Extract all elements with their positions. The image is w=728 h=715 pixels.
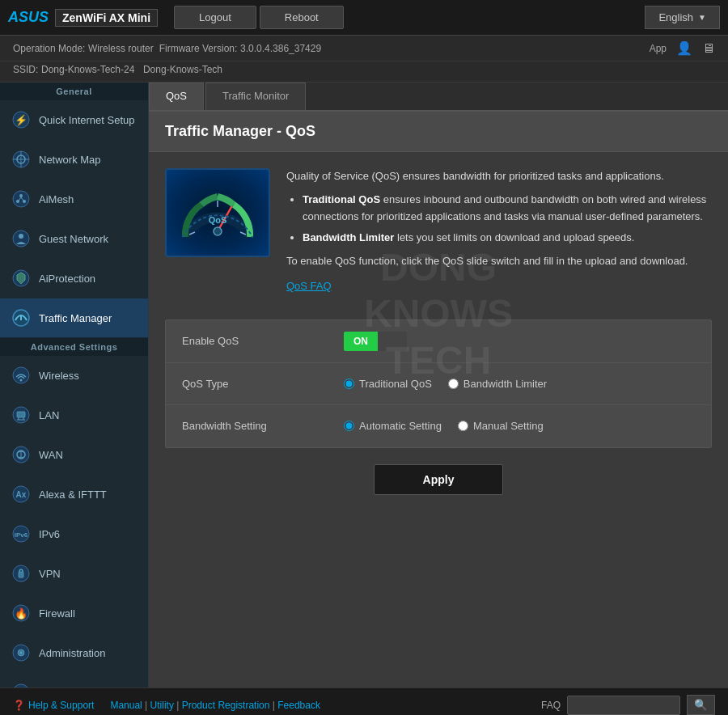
svg-point-37 — [20, 652, 23, 654]
ssid-bar: SSID: Dong-Knows-Tech-24 Dong-Knows-Tech — [0, 61, 728, 82]
lan-icon — [11, 405, 31, 425]
utility-link[interactable]: Utility — [150, 700, 174, 711]
sidebar-item-firewall[interactable]: 🔥 Firewall — [0, 594, 148, 633]
ssid-5[interactable]: Dong-Knows-Tech — [143, 64, 222, 75]
bandwidth-limiter-radio[interactable] — [448, 379, 459, 389]
sidebar-item-traffic-manager[interactable]: Traffic Manager — [0, 298, 148, 338]
tab-traffic-monitor[interactable]: Traffic Monitor — [205, 82, 306, 110]
manual-link[interactable]: Manual — [110, 700, 142, 711]
sidebar-item-vpn[interactable]: VPN — [0, 554, 148, 594]
svg-point-49 — [214, 227, 222, 235]
lan-label: LAN — [39, 409, 59, 421]
product-name: ZenWiFi AX Mini — [55, 9, 158, 27]
logout-button[interactable]: Logout — [174, 6, 256, 29]
op-mode-label: Operation Mode: — [13, 43, 85, 54]
person-icon[interactable]: 👤 — [676, 40, 692, 56]
wan-icon — [11, 445, 31, 464]
sidebar-item-administration[interactable]: Administration — [0, 633, 148, 673]
top-nav: Logout Reboot — [174, 6, 645, 29]
admin-icon — [11, 643, 31, 662]
system-log-label: System Log — [39, 687, 95, 688]
app-label: App — [650, 43, 667, 54]
svg-text:⚡: ⚡ — [15, 113, 28, 127]
operation-info: Operation Mode: Wireless router Firmware… — [13, 42, 321, 54]
guest-icon — [11, 229, 31, 248]
mesh-icon — [11, 189, 31, 209]
alexa-icon: Ax — [11, 484, 31, 504]
sidebar-item-wireless[interactable]: Wireless — [0, 356, 148, 396]
bandwidth-setting-row: Bandwidth Setting Automatic Setting Manu… — [166, 405, 711, 447]
svg-text:Ax: Ax — [16, 490, 27, 499]
reboot-button[interactable]: Reboot — [260, 6, 344, 29]
traditional-qos-option[interactable]: Traditional QoS — [344, 378, 432, 390]
bandwidth-control: Automatic Setting Manual Setting — [344, 420, 695, 432]
settings-table: Enable QoS ON QoS Type — [165, 319, 712, 448]
info-right: App 👤 🖥 — [650, 40, 715, 56]
sidebar-item-aiprotection[interactable]: AiProtection — [0, 259, 148, 298]
toggle-on-label[interactable]: ON — [344, 332, 378, 351]
bandwidth-limiter-option[interactable]: Bandwidth Limiter — [448, 378, 547, 390]
faq-search-button[interactable]: 🔍 — [687, 695, 715, 715]
ssid-24[interactable]: Dong-Knows-Tech-24 — [41, 64, 134, 75]
aimesh-label: AiMesh — [39, 193, 74, 205]
traditional-qos-radio[interactable] — [344, 379, 354, 389]
wireless-icon — [11, 366, 31, 385]
firmware-value[interactable]: 3.0.0.4.386_37429 — [240, 43, 321, 54]
sidebar-item-system-log[interactable]: System Log — [0, 673, 148, 688]
traditional-qos-label: Traditional QoS — [359, 378, 432, 390]
enable-qos-control: ON — [344, 332, 695, 351]
qos-type-row: QoS Type Traditional QoS Bandwidth Limit… — [166, 363, 711, 405]
page-title: Traffic Manager - QoS — [149, 112, 728, 152]
ssid-label: SSID: — [13, 64, 38, 75]
sidebar-section-general: General — [0, 82, 148, 100]
vpn-label: VPN — [39, 568, 61, 580]
log-icon — [11, 683, 31, 688]
ipv6-label: IPv6 — [39, 528, 60, 540]
firewall-icon: 🔥 — [11, 603, 31, 623]
qos-image: QoS — [165, 168, 270, 257]
sidebar-item-quick-internet-setup[interactable]: ⚡ Quick Internet Setup — [0, 100, 148, 140]
tab-qos[interactable]: QoS — [149, 82, 204, 110]
toggle-off-label[interactable] — [378, 332, 407, 351]
apply-button[interactable]: Apply — [374, 464, 504, 495]
sidebar-item-wan[interactable]: WAN — [0, 435, 148, 475]
faq-search-input[interactable] — [567, 696, 680, 715]
qos-type-radio-group: Traditional QoS Bandwidth Limiter — [344, 378, 547, 390]
manual-setting-radio[interactable] — [458, 421, 468, 431]
qos-bullet2: Bandwidth Limiter lets you set limits on… — [303, 230, 712, 247]
svg-rect-20 — [17, 412, 25, 417]
traffic-icon — [11, 308, 31, 328]
op-mode-value[interactable]: Wireless router — [88, 43, 154, 54]
automatic-setting-radio[interactable] — [344, 421, 354, 431]
enable-qos-row: Enable QoS ON — [166, 320, 711, 363]
sidebar-item-alexa[interactable]: Ax Alexa & IFTTT — [0, 475, 148, 514]
svg-point-6 — [13, 191, 29, 207]
sidebar-item-lan[interactable]: LAN — [0, 396, 148, 435]
help-support-link[interactable]: ❓ Help & Support — [13, 700, 94, 711]
faq-section: FAQ 🔍 — [541, 695, 715, 715]
administration-label: Administration — [39, 647, 105, 659]
qos-description: Quality of Service (QoS) ensures bandwid… — [286, 168, 712, 295]
feedback-link[interactable]: Feedback — [277, 700, 320, 711]
qos-faq-link[interactable]: QoS FAQ — [286, 278, 332, 295]
sidebar-item-aimesh[interactable]: AiMesh — [0, 180, 148, 219]
ipv6-icon: IPv6 — [11, 524, 31, 544]
tabs-bar: QoS Traffic Monitor — [149, 82, 728, 112]
automatic-setting-option[interactable]: Automatic Setting — [344, 420, 442, 432]
qos-toggle[interactable]: ON — [344, 332, 407, 351]
wan-label: WAN — [39, 449, 63, 461]
guest-network-label: Guest Network — [39, 233, 108, 245]
svg-text:🔥: 🔥 — [15, 607, 28, 620]
sidebar-item-guest-network[interactable]: Guest Network — [0, 219, 148, 259]
language-label: English — [658, 11, 693, 23]
svg-rect-32 — [19, 572, 23, 578]
product-reg-link[interactable]: Product Registration — [182, 700, 270, 711]
language-button[interactable]: English ▼ — [645, 6, 720, 29]
aiprotection-label: AiProtection — [39, 273, 95, 285]
screen-icon[interactable]: 🖥 — [702, 41, 715, 56]
sidebar-item-ipv6[interactable]: IPv6 IPv6 — [0, 514, 148, 554]
manual-setting-option[interactable]: Manual Setting — [458, 420, 544, 432]
content-area: QoS Traffic Monitor Traffic Manager - Qo… — [149, 82, 728, 688]
quick-setup-label: Quick Internet Setup — [39, 114, 135, 126]
sidebar-item-network-map[interactable]: Network Map — [0, 140, 148, 180]
